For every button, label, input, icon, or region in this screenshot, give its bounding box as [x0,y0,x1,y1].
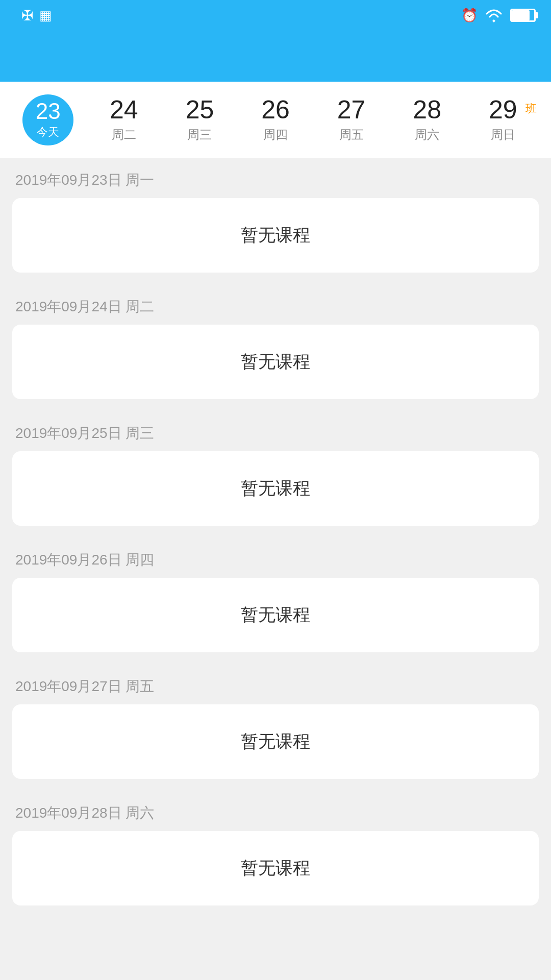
day-number: 24 [110,97,138,122]
course-empty-text: 暂无课程 [241,224,310,247]
day-number: 26 [261,97,290,122]
day-number: 27 [337,97,366,122]
usb-icon: ✠ [21,7,33,24]
status-right: ⏰ [461,8,536,23]
day-item-29[interactable]: 班 29 周日 [465,97,541,143]
day-label: 周三 [187,127,212,143]
day-badge: 班 [525,101,537,116]
battery-icon [510,9,536,22]
day-section-header: 2019年09月23日 周一 [0,158,551,198]
schedule-content: 2019年09月23日 周一暂无课程2019年09月24日 周二暂无课程2019… [0,158,551,905]
course-empty-text: 暂无课程 [241,477,310,500]
day-section-sec-28: 2019年09月28日 周六暂无课程 [0,791,551,905]
course-card: 暂无课程 [12,451,539,526]
day-section-header: 2019年09月24日 周二 [0,285,551,325]
day-number: 29 [489,97,517,122]
day-section-header: 2019年09月25日 周三 [0,411,551,451]
course-empty-text: 暂无课程 [241,603,310,627]
day-item-26[interactable]: 26 周四 [238,97,314,143]
course-empty-text: 暂无课程 [241,730,310,753]
day-label: 周日 [491,127,515,143]
day-section-sec-26: 2019年09月26日 周四暂无课程 [0,538,551,652]
day-item-27[interactable]: 27 周五 [313,97,389,143]
course-card: 暂无课程 [12,325,539,399]
day-item-28[interactable]: 28 周六 [389,97,465,143]
day-item-24[interactable]: 24 周二 [86,97,162,143]
day-number: 25 [186,97,214,122]
day-section-header: 2019年09月26日 周四 [0,538,551,578]
status-left: ✠ ▦ [15,7,52,24]
wifi-icon [485,8,503,22]
day-number: 28 [413,97,441,122]
day-item-23[interactable]: 23 今天 [10,94,86,145]
day-section-sec-27: 2019年09月27日 周五暂无课程 [0,665,551,779]
day-section-header: 2019年09月27日 周五 [0,665,551,704]
course-card: 暂无课程 [12,831,539,905]
week-selector: 23 今天 24 周二 25 周三 26 周四 27 周五 28 周六 班 29… [0,82,551,158]
day-section-sec-25: 2019年09月25日 周三暂无课程 [0,411,551,526]
course-card: 暂无课程 [12,198,539,273]
page-header [0,31,551,82]
course-empty-text: 暂无课程 [241,350,310,374]
course-card: 暂无课程 [12,704,539,779]
day-label: 今天 [37,125,59,140]
day-label: 周二 [112,127,136,143]
course-card: 暂无课程 [12,578,539,652]
day-section-sec-23: 2019年09月23日 周一暂无课程 [0,158,551,273]
day-section-header: 2019年09月28日 周六 [0,791,551,831]
day-item-25[interactable]: 25 周三 [162,97,238,143]
day-label: 周六 [415,127,439,143]
day-number: 23 [36,100,61,122]
sim-icon: ▦ [39,8,52,23]
alarm-icon: ⏰ [461,8,478,23]
status-bar: ✠ ▦ ⏰ [0,0,551,31]
day-label: 周五 [339,127,364,143]
day-section-sec-24: 2019年09月24日 周二暂无课程 [0,285,551,399]
day-label: 周四 [263,127,288,143]
course-empty-text: 暂无课程 [241,856,310,880]
